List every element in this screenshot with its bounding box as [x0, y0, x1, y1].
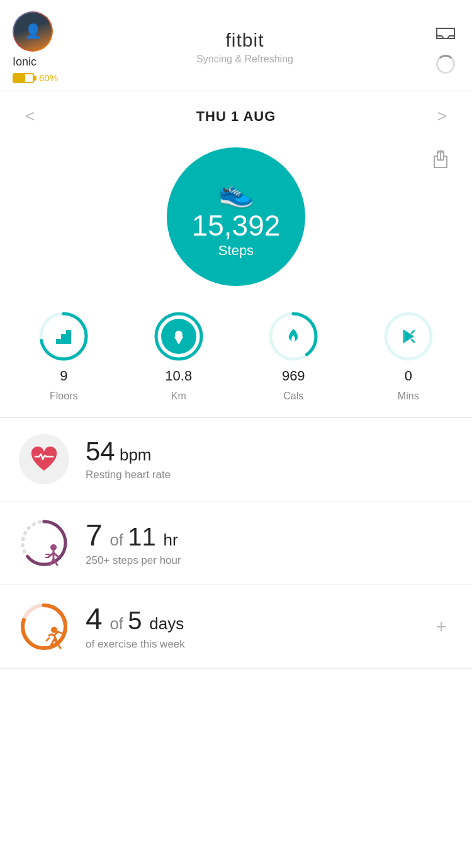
floors-stat[interactable]: 9 Floors	[38, 311, 89, 402]
distance-unit: Km	[171, 391, 186, 402]
floors-unit: Floors	[50, 391, 77, 402]
active-minutes-icon	[391, 319, 426, 354]
current-date: THU 1 AUG	[196, 108, 276, 125]
distance-stat[interactable]: 10.8 Km	[154, 311, 204, 402]
sync-status: Syncing & Refreshing	[196, 54, 293, 65]
exercise-label: of exercise this week	[86, 638, 419, 651]
active-minutes-circle	[383, 311, 434, 362]
steps-circle[interactable]: 👟 15,392 Steps	[167, 147, 305, 286]
avatar[interactable]: 👤	[13, 11, 53, 52]
calories-unit: Cals	[283, 391, 303, 402]
calories-value: 969	[282, 368, 305, 384]
stats-row: 9 Floors 10.8 Km	[0, 305, 472, 418]
heart-rate-card[interactable]: 54 bpm Resting heart rate	[0, 418, 472, 501]
exercise-card[interactable]: 4 of 5 days of exercise this week +	[0, 585, 472, 669]
steps-label: Steps	[218, 243, 254, 259]
active-minutes-stat[interactable]: 0 Mins	[383, 311, 434, 402]
battery-icon	[13, 73, 34, 83]
hourly-activity-value: 7 of 11 hr	[86, 519, 453, 552]
heart-rate-value: 54 bpm	[86, 437, 453, 466]
user-name: Ionic	[13, 55, 37, 69]
svg-rect-5	[66, 330, 71, 344]
calories-circle	[268, 311, 318, 362]
steps-count: 15,392	[192, 211, 281, 240]
header-right	[432, 21, 459, 74]
floors-value: 9	[60, 368, 67, 384]
header-center: fitbit Syncing & Refreshing	[196, 30, 293, 65]
heart-rate-info: 54 bpm Resting heart rate	[86, 437, 453, 481]
exercise-value: 4 of 5 days	[86, 603, 419, 636]
steps-section: 👟 15,392 Steps	[0, 141, 472, 305]
distance-icon	[161, 319, 196, 354]
active-minutes-unit: Mins	[398, 391, 419, 402]
active-minutes-value: 0	[405, 368, 412, 384]
date-navigation: < THU 1 AUG >	[0, 91, 472, 141]
inbox-button[interactable]	[432, 21, 459, 49]
battery-row: 60%	[13, 72, 58, 83]
battery-percent: 60%	[39, 72, 58, 83]
heart-rate-icon-wrap	[19, 434, 69, 484]
svg-line-19	[53, 559, 57, 565]
exercise-info: 4 of 5 days of exercise this week	[86, 603, 419, 651]
next-date-button[interactable]: >	[431, 104, 453, 128]
sync-spinner	[436, 55, 455, 74]
prev-date-button[interactable]: <	[19, 104, 41, 128]
hourly-activity-label: 250+ steps per hour	[86, 554, 453, 567]
hourly-ring	[19, 518, 69, 568]
svg-rect-3	[56, 339, 61, 344]
calories-icon	[276, 319, 311, 354]
svg-rect-4	[61, 334, 66, 344]
heart-rate-label: Resting heart rate	[86, 469, 453, 481]
floors-circle	[38, 311, 89, 362]
calories-stat[interactable]: 969 Cals	[268, 311, 318, 402]
hourly-activity-card[interactable]: 7 of 11 hr 250+ steps per hour	[0, 501, 472, 585]
shoe-icon: 👟	[218, 174, 254, 208]
exercise-add-button[interactable]: +	[435, 616, 453, 637]
app-title: fitbit	[225, 30, 264, 51]
exercise-ring	[19, 602, 69, 652]
distance-value: 10.8	[165, 368, 192, 384]
header-left: 👤 Ionic 60%	[13, 11, 58, 83]
header: 👤 Ionic 60% fitbit Syncing & Refreshing	[0, 0, 472, 91]
hourly-activity-info: 7 of 11 hr 250+ steps per hour	[86, 519, 453, 568]
floors-icon	[46, 319, 81, 354]
distance-circle	[154, 311, 204, 362]
share-button[interactable]	[428, 147, 453, 173]
